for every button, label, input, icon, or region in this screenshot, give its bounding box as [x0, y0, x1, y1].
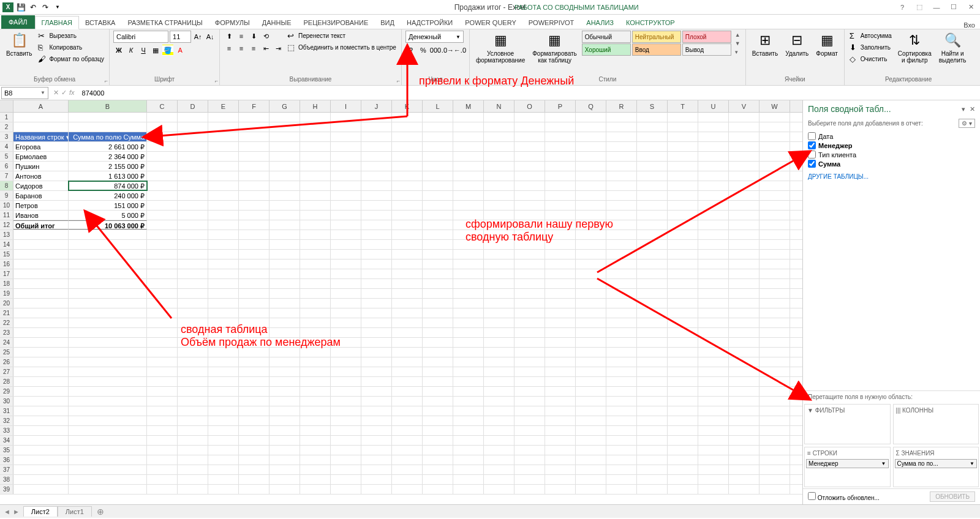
- cell[interactable]: [729, 260, 760, 269]
- cell[interactable]: [423, 475, 453, 484]
- cell[interactable]: [423, 426, 453, 435]
- cell[interactable]: [698, 465, 729, 474]
- cell[interactable]: [453, 485, 484, 494]
- cell[interactable]: [698, 475, 729, 484]
- cell[interactable]: [637, 406, 668, 416]
- cell[interactable]: [698, 308, 729, 318]
- cell[interactable]: [668, 260, 698, 269]
- cell[interactable]: [361, 406, 392, 416]
- cell[interactable]: [453, 211, 484, 220]
- font-launcher-icon[interactable]: ⌐: [215, 78, 218, 84]
- cell[interactable]: [361, 113, 392, 122]
- cell[interactable]: [668, 269, 698, 278]
- row-header[interactable]: 38: [0, 475, 13, 484]
- cell[interactable]: [576, 260, 606, 269]
- cell[interactable]: [668, 211, 698, 220]
- cell[interactable]: [331, 279, 361, 288]
- cell[interactable]: [760, 367, 790, 376]
- cell[interactable]: [637, 367, 668, 376]
- cell[interactable]: [423, 142, 453, 151]
- cell[interactable]: [147, 348, 178, 357]
- cell[interactable]: [423, 113, 453, 122]
- cell[interactable]: [270, 397, 300, 406]
- cell[interactable]: [545, 269, 576, 278]
- cell[interactable]: [606, 308, 637, 318]
- cell[interactable]: [423, 260, 453, 269]
- cell[interactable]: [300, 416, 331, 425]
- cell[interactable]: [514, 406, 545, 416]
- cell[interactable]: [361, 279, 392, 288]
- cell[interactable]: [606, 406, 637, 416]
- cell[interactable]: [392, 397, 423, 406]
- cell[interactable]: [606, 299, 637, 308]
- cell[interactable]: [760, 436, 790, 445]
- cell[interactable]: [331, 485, 361, 494]
- cell[interactable]: [668, 465, 698, 474]
- cell[interactable]: [147, 240, 178, 249]
- col-header-A[interactable]: A: [13, 100, 69, 112]
- cell[interactable]: [239, 220, 270, 230]
- cell[interactable]: Петров: [13, 201, 69, 210]
- cell[interactable]: [484, 113, 514, 122]
- cell[interactable]: [453, 240, 484, 249]
- cell[interactable]: [147, 132, 178, 141]
- cell[interactable]: [484, 260, 514, 269]
- cell[interactable]: [423, 406, 453, 416]
- cell[interactable]: [453, 308, 484, 318]
- row-header[interactable]: 15: [0, 250, 13, 259]
- cell[interactable]: [239, 397, 270, 406]
- cell[interactable]: [300, 142, 331, 151]
- cell[interactable]: [423, 465, 453, 474]
- cell[interactable]: [270, 436, 300, 445]
- cell[interactable]: [178, 387, 208, 396]
- cell[interactable]: [484, 426, 514, 435]
- cell[interactable]: [178, 171, 208, 181]
- cell[interactable]: [300, 220, 331, 230]
- col-header-G[interactable]: G: [270, 100, 300, 112]
- cell[interactable]: [729, 152, 760, 161]
- cell[interactable]: [392, 426, 423, 435]
- cell[interactable]: [484, 299, 514, 308]
- cell[interactable]: [514, 299, 545, 308]
- cell[interactable]: [606, 426, 637, 435]
- cell[interactable]: [760, 152, 790, 161]
- cell[interactable]: [300, 348, 331, 357]
- col-header-E[interactable]: E: [208, 100, 239, 112]
- cell[interactable]: [392, 485, 423, 494]
- row-header[interactable]: 18: [0, 279, 13, 288]
- cell[interactable]: [760, 279, 790, 288]
- sheet-next-icon[interactable]: ►: [13, 508, 20, 515]
- cell[interactable]: [147, 299, 178, 308]
- cell[interactable]: [514, 162, 545, 171]
- cell[interactable]: [69, 260, 147, 269]
- cell[interactable]: [69, 485, 147, 494]
- cell[interactable]: [453, 162, 484, 171]
- minimize-icon[interactable]: —: [930, 2, 943, 12]
- cell[interactable]: [300, 406, 331, 416]
- cell[interactable]: [668, 377, 698, 386]
- cell[interactable]: [331, 162, 361, 171]
- cell[interactable]: [760, 299, 790, 308]
- row-header[interactable]: 11: [0, 211, 13, 220]
- cell[interactable]: [361, 416, 392, 425]
- cell[interactable]: [392, 367, 423, 376]
- cell[interactable]: [423, 279, 453, 288]
- cell[interactable]: [453, 357, 484, 367]
- cell[interactable]: [698, 240, 729, 249]
- cell[interactable]: [208, 328, 239, 337]
- cell[interactable]: [69, 475, 147, 484]
- confirm-formula-icon[interactable]: ✓: [61, 89, 67, 97]
- cell[interactable]: [423, 328, 453, 337]
- cell[interactable]: [637, 279, 668, 288]
- cell[interactable]: [239, 485, 270, 494]
- cell[interactable]: [331, 201, 361, 210]
- cell[interactable]: [239, 181, 270, 190]
- col-header-I[interactable]: I: [331, 100, 361, 112]
- cell[interactable]: [300, 318, 331, 327]
- cell[interactable]: [484, 240, 514, 249]
- cell[interactable]: [361, 122, 392, 132]
- redo-icon[interactable]: ↷: [40, 2, 50, 12]
- cell[interactable]: [361, 299, 392, 308]
- cell[interactable]: [239, 260, 270, 269]
- cell[interactable]: [760, 485, 790, 494]
